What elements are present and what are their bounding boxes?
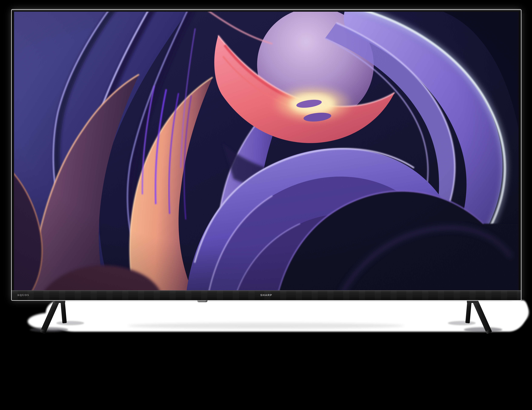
tv-screen [14,12,519,291]
sharp-logo: SHARP [12,291,521,300]
tv-stand-left-bracket [55,300,65,303]
floor-glow-right [503,301,529,323]
tv-chin-bar: AQUOS SHARP [12,290,521,300]
left-foot-rear-shadow [57,321,84,325]
product-photo-stage: AQUOS SHARP [0,0,532,337]
tv-frame: AQUOS SHARP [12,10,521,300]
ir-sensor [197,300,208,302]
left-foot-shadow [30,327,68,332]
wallpaper-art [14,12,519,291]
tv-stand-right-bracket [467,300,477,303]
right-foot-rear-shadow [448,321,475,325]
tv-frame-top-highlight [12,10,521,11]
tv-floor-shadow [128,323,404,329]
right-foot-shadow [464,327,502,332]
